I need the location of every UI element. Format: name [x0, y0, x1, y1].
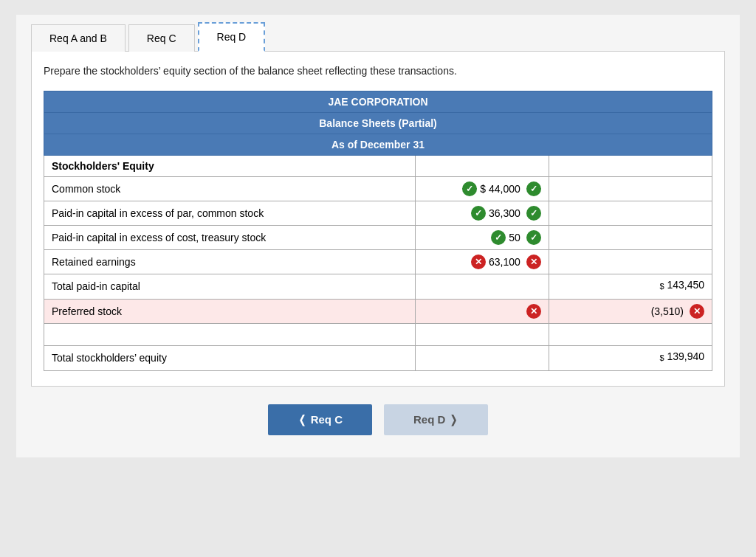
- row-col2: [415, 274, 549, 300]
- check-icon-col2: ✓: [526, 206, 541, 221]
- company-name: JAE CORPORATION: [44, 91, 712, 113]
- tab-content-area: Prepare the stockholders’ equity section…: [31, 51, 725, 387]
- row-col2: ✕ 63,100 ✕: [415, 250, 549, 274]
- section-col3: [549, 156, 712, 177]
- value: $ 44,000: [480, 183, 520, 195]
- empty-col3: [549, 323, 712, 345]
- row-label: Common stock: [44, 177, 416, 201]
- table-row: Paid-in capital in excess of cost, treas…: [44, 226, 712, 250]
- value: 63,100: [489, 256, 520, 268]
- row-label: Paid-in capital in excess of cost, treas…: [44, 226, 416, 250]
- row-col2: [415, 345, 549, 370]
- value: 139,940: [664, 350, 705, 362]
- check-icon-col1: ✓: [462, 181, 477, 196]
- value: (3,510): [651, 305, 684, 317]
- row-label: Preferred stock: [44, 299, 416, 323]
- row-label: Total paid-in capital: [44, 274, 416, 300]
- bottom-nav: ❬ Req C Req D ❭: [31, 404, 725, 435]
- check-icon-col2: ✓: [526, 230, 541, 245]
- x-icon: ✕: [690, 304, 704, 319]
- check-icon-col1: ✓: [491, 230, 506, 245]
- row-col3: [549, 201, 712, 226]
- row-col2: ✕: [415, 299, 549, 323]
- balance-sheet-date: As of December 31: [44, 134, 712, 156]
- row-col3: (3,510) ✕: [549, 299, 712, 323]
- value: 50: [509, 232, 520, 243]
- row-col2: ✓ 36,300 ✓: [415, 201, 549, 226]
- section-header-row: Stockholders' Equity: [44, 156, 712, 177]
- table-row: Total paid-in capital $ 143,450: [44, 274, 712, 300]
- row-label: Total stockholders’ equity: [44, 345, 416, 370]
- row-col2: ✓ 50 ✓: [415, 226, 549, 250]
- x-icon-col2: ✕: [526, 255, 541, 269]
- tabs-row: Req A and B Req C Req D: [31, 22, 725, 52]
- tab-req-d[interactable]: Req D: [198, 22, 266, 52]
- check-icon-col2: ✓: [526, 181, 541, 196]
- table-row: Preferred stock ✕ (3,510) ✕: [44, 299, 712, 323]
- row-col3: $ 139,940: [549, 345, 712, 370]
- instruction-text: Prepare the stockholders’ equity section…: [44, 63, 712, 79]
- row-col2: ✓ $ 44,000 ✓: [415, 177, 549, 201]
- row-col3: [549, 250, 712, 274]
- row-label: Paid-in capital in excess of par, common…: [44, 201, 416, 226]
- x-icon: ✕: [526, 304, 541, 319]
- value: 36,300: [489, 207, 520, 219]
- row-label: Retained earnings: [44, 250, 416, 274]
- empty-col2: [415, 323, 549, 345]
- table-row-empty: [44, 323, 712, 345]
- row-col3: [549, 226, 712, 250]
- empty-label: [44, 323, 416, 345]
- tab-req-a-b[interactable]: Req A and B: [31, 24, 126, 52]
- check-icon-col1: ✓: [471, 206, 486, 221]
- prev-button[interactable]: ❬ Req C: [268, 404, 372, 435]
- tab-req-c[interactable]: Req C: [128, 24, 195, 52]
- row-col3: [549, 177, 712, 201]
- value: 143,450: [664, 279, 705, 291]
- x-icon-col1: ✕: [471, 255, 486, 269]
- table-row: Retained earnings ✕ 63,100 ✕: [44, 250, 712, 274]
- main-container: Req A and B Req C Req D Prepare the stoc…: [16, 15, 740, 457]
- table-header-title2: Balance Sheets (Partial): [44, 113, 712, 134]
- balance-sheet-table: JAE CORPORATION Balance Sheets (Partial)…: [44, 91, 712, 371]
- next-button[interactable]: Req D ❭: [384, 404, 488, 435]
- section-label: Stockholders' Equity: [44, 156, 416, 177]
- row-col3: $ 143,450: [549, 274, 712, 300]
- table-row: Paid-in capital in excess of par, common…: [44, 201, 712, 226]
- balance-sheet-subtitle: Balance Sheets (Partial): [44, 113, 712, 134]
- table-header-title1: JAE CORPORATION: [44, 91, 712, 113]
- table-row: Common stock ✓ $ 44,000 ✓: [44, 177, 712, 201]
- section-col2: [415, 156, 549, 177]
- table-row: Total stockholders’ equity $ 139,940: [44, 345, 712, 370]
- table-header-title3: As of December 31: [44, 134, 712, 156]
